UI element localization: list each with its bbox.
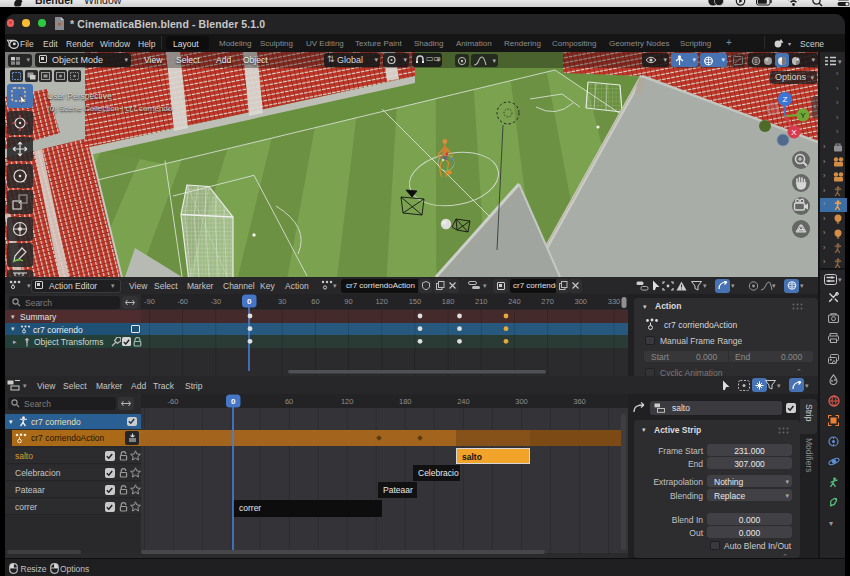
svg-text:0: 0 <box>247 297 252 306</box>
svg-text:120: 120 <box>341 397 354 406</box>
svg-text:Z: Z <box>783 95 788 104</box>
svg-text:180: 180 <box>442 297 455 306</box>
svg-text:60: 60 <box>285 397 293 406</box>
svg-text:30: 30 <box>278 297 286 306</box>
svg-text:240: 240 <box>508 297 521 306</box>
svg-text:-60: -60 <box>167 397 178 406</box>
svg-text:-60: -60 <box>177 297 188 306</box>
svg-text:-90: -90 <box>144 297 155 306</box>
svg-text:60: 60 <box>311 297 319 306</box>
svg-text:0: 0 <box>231 397 236 406</box>
svg-text:360: 360 <box>573 397 586 406</box>
svg-text:300: 300 <box>515 397 528 406</box>
svg-text:-30: -30 <box>210 297 221 306</box>
svg-text:180: 180 <box>399 397 412 406</box>
svg-text:X: X <box>791 128 797 137</box>
svg-text:120: 120 <box>375 297 388 306</box>
svg-text:270: 270 <box>541 297 554 306</box>
svg-text:240: 240 <box>457 397 470 406</box>
svg-text:150: 150 <box>409 297 422 306</box>
svg-text:90: 90 <box>344 297 352 306</box>
svg-text:300: 300 <box>575 297 588 306</box>
svg-text:330: 330 <box>608 297 621 306</box>
svg-text:Y: Y <box>800 111 806 120</box>
svg-text:210: 210 <box>475 297 488 306</box>
